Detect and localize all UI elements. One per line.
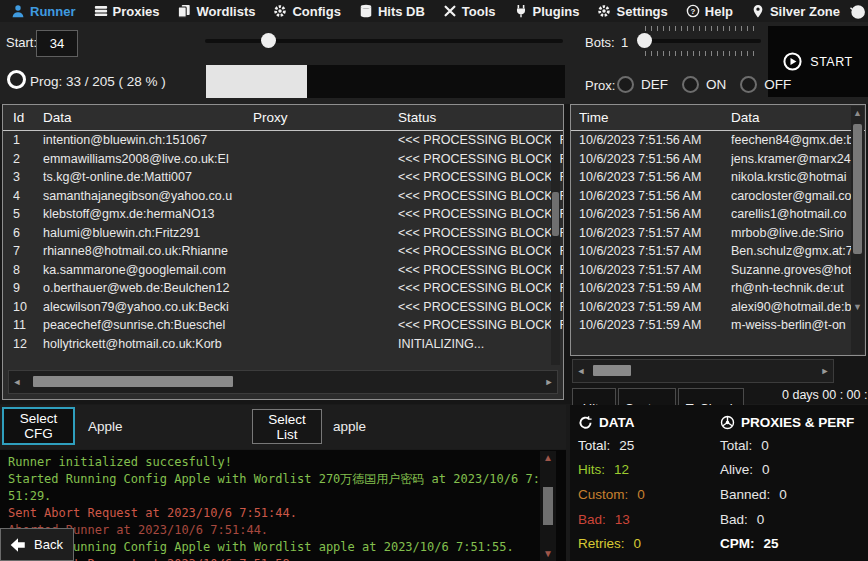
- select-list-button[interactable]: Select List: [252, 409, 322, 444]
- table-row[interactable]: 10/6/2023 7:51:59 AMalexi90@hotmail.de:b: [571, 298, 865, 317]
- select-cfg-button[interactable]: Select CFG: [2, 407, 75, 445]
- stat-value: 25: [619, 438, 634, 453]
- table-row[interactable]: 10/6/2023 7:51:59 AMm-weiss-berlin@t-on: [571, 316, 865, 335]
- log-line: Aborted Runner at 2023/10/6 7:51:44.: [8, 522, 540, 539]
- table-row[interactable]: 10/6/2023 7:51:56 AMcarellis1@hotmail.co: [571, 205, 865, 224]
- proxies-stats: PROXIES & PERFTotal:0Alive:0Banned:0Bad:…: [720, 411, 866, 561]
- proxy-mode-label: OFF: [764, 77, 791, 92]
- table-row[interactable]: 10/6/2023 7:51:56 AMnikola.krstic@hotmai: [571, 168, 865, 187]
- proxy-mode-off[interactable]: OFF: [740, 76, 791, 93]
- proxy-mode-on[interactable]: ON: [682, 76, 726, 93]
- menu-item-plugins[interactable]: Plugins: [505, 0, 589, 22]
- table-row[interactable]: 7rhianne8@hotmail.co.uk:Rhianne<<< PROCE…: [3, 242, 563, 261]
- table-row[interactable]: 10alecwilson79@yahoo.co.uk:Becki<<< PROC…: [3, 298, 563, 317]
- runner-tables: IdDataProxyStatus 1intention@bluewin.ch:…: [0, 104, 868, 404]
- log-vscrollbar[interactable]: ▲ ▼: [540, 451, 556, 561]
- stat-bad: Bad:0: [720, 507, 866, 532]
- stat-label: Banned:: [720, 487, 770, 502]
- cell-time: 10/6/2023 7:51:59 AM: [579, 281, 731, 295]
- prog-value: 33 / 205 ( 28 % ): [66, 74, 166, 89]
- elapsed-time: 0 days 00 : 00 : 03: [782, 388, 868, 402]
- table-row[interactable]: 2emmawilliams2008@live.co.uk:El<<< PROCE…: [3, 150, 563, 169]
- column-header: Status: [398, 110, 563, 125]
- menu-item-proxies[interactable]: Proxies: [85, 0, 169, 22]
- cell-data: ts.kg@t-online.de:Matti007: [43, 170, 253, 184]
- table-row[interactable]: 5klebstoff@gmx.de:hermaNO13<<< PROCESSIN…: [3, 205, 563, 224]
- scroll-left-icon[interactable]: ◄: [573, 366, 589, 376]
- cell-data: Ben.schulz@gmx.at:7: [731, 244, 865, 258]
- table-row[interactable]: 10/6/2023 7:51:59 AMrh@nh-technik.de:ut: [571, 279, 865, 298]
- bots-table-vscrollbar[interactable]: [551, 132, 560, 365]
- table-row[interactable]: 10/6/2023 7:51:57 AMmrbob@live.de:Sirio: [571, 224, 865, 243]
- radio-icon[interactable]: [682, 76, 699, 93]
- back-button[interactable]: Back: [0, 528, 74, 561]
- table-row[interactable]: 10/6/2023 7:51:57 AMSuzanne.groves@hot: [571, 261, 865, 280]
- bots-table-hscrollbar[interactable]: ◄ ►: [8, 370, 558, 394]
- table-row[interactable]: 3ts.kg@t-online.de:Matti007<<< PROCESSIN…: [3, 168, 563, 187]
- cell-id: 10: [13, 300, 43, 314]
- start-input[interactable]: [36, 30, 78, 57]
- table-row[interactable]: 12hollytrickett@hotmail.co.uk:KorbINITIA…: [3, 335, 563, 354]
- menu-item-wordlists[interactable]: Wordlists: [168, 0, 264, 22]
- scroll-right-icon[interactable]: ►: [817, 366, 833, 376]
- cell-data: emmawilliams2008@live.co.uk:El: [43, 152, 253, 166]
- proxy-mode-def[interactable]: DEF: [617, 76, 668, 93]
- cell-data: hollytrickett@hotmail.co.uk:Korb: [43, 337, 253, 351]
- stat-value: 0: [779, 487, 787, 502]
- slider-ticks: [645, 51, 759, 56]
- menu-item-silver-zone[interactable]: Silver Zone: [742, 0, 849, 22]
- table-row[interactable]: 1intention@bluewin.ch:151067<<< PROCESSI…: [3, 131, 563, 150]
- stat-hits: Hits:12: [578, 458, 714, 483]
- scroll-up-icon[interactable]: ▲: [540, 451, 556, 465]
- bots-slider-thumb[interactable]: [637, 33, 652, 48]
- pin-icon: [751, 4, 765, 18]
- progress-radio[interactable]: [7, 70, 26, 89]
- menu-item-runner[interactable]: Runner: [2, 0, 85, 22]
- proxy-mode-label: ON: [706, 77, 726, 92]
- menu-item-help[interactable]: ?Help: [677, 0, 742, 22]
- cell-status: <<< PROCESSING BLOCK: R: [398, 226, 563, 240]
- table-row[interactable]: 11peacechef@sunrise.ch:Bueschel<<< PROCE…: [3, 316, 563, 335]
- scroll-right-icon[interactable]: ►: [541, 377, 557, 387]
- back-arrow-icon: [9, 536, 27, 554]
- menu-item-hits-db[interactable]: Hits DB: [350, 0, 434, 22]
- menu-item-configs[interactable]: Configs: [264, 0, 349, 22]
- table-row[interactable]: 10/6/2023 7:51:56 AMcarocloster@gmail.co: [571, 187, 865, 206]
- bots-slider[interactable]: [637, 33, 761, 49]
- log-line: Sent Abort Request at 2023/10/6 7:51:58.: [8, 556, 540, 561]
- hits-table-hscrollbar[interactable]: ◄ ►: [572, 359, 834, 383]
- table-row[interactable]: 4samanthajanegibson@yahoo.co.u<<< PROCES…: [3, 187, 563, 206]
- table-row[interactable]: 6halumi@bluewin.ch:Fritz291<<< PROCESSIN…: [3, 224, 563, 243]
- stats-panel: DATATotal:25Hits:12Custom:0Bad:13Retries…: [570, 405, 868, 561]
- cell-data: alecwilson79@yahoo.co.uk:Becki: [43, 300, 253, 314]
- stat-label: Total:: [578, 438, 610, 453]
- table-row[interactable]: 8ka.sammarone@googlemail.com<<< PROCESSI…: [3, 261, 563, 280]
- table-row[interactable]: 10/6/2023 7:51:56 AMfeechen84@gmx.de:b: [571, 131, 865, 150]
- cell-data: Suzanne.groves@hot: [731, 263, 865, 277]
- scroll-up-icon[interactable]: ▲: [851, 106, 864, 120]
- table-row[interactable]: 10/6/2023 7:51:57 AMBen.schulz@gmx.at:7: [571, 242, 865, 261]
- panel-title: PROXIES & PERF: [720, 411, 866, 433]
- table-row[interactable]: 9o.berthauer@web.de:Beulchen12<<< PROCES…: [3, 279, 563, 298]
- stat-value: 0: [761, 438, 769, 453]
- scroll-left-icon[interactable]: ◄: [9, 377, 25, 387]
- stat-label: Bad:: [720, 512, 748, 527]
- cell-id: 2: [13, 152, 43, 166]
- hits-table-vscrollbar[interactable]: ▲ ▼: [851, 106, 864, 354]
- scroll-down-icon[interactable]: ▼: [540, 547, 556, 561]
- scroll-down-icon[interactable]: ▼: [851, 300, 864, 314]
- menu-item-tools[interactable]: Tools: [434, 0, 505, 22]
- cell-data: samanthajanegibson@yahoo.co.u: [43, 189, 253, 203]
- cell-data: klebstoff@gmx.de:hermaNO13: [43, 207, 253, 221]
- table-row[interactable]: 10/6/2023 7:51:56 AMjens.kramer@marx24: [571, 150, 865, 169]
- hits-table: TimeData 10/6/2023 7:51:56 AMfeechen84@g…: [570, 104, 866, 356]
- slider-ticks: [645, 26, 759, 31]
- radio-icon[interactable]: [740, 76, 757, 93]
- menu-item-label: Plugins: [533, 4, 580, 19]
- progress-slider[interactable]: [205, 33, 563, 49]
- history-icon[interactable]: [849, 3, 866, 20]
- slider-thumb[interactable]: [261, 33, 276, 48]
- menu-item-settings[interactable]: Settings: [588, 0, 676, 22]
- radio-icon[interactable]: [617, 76, 634, 93]
- runner-controls: Start: Bots: 1 START Prog: 33 / 205 ( 28…: [0, 22, 868, 104]
